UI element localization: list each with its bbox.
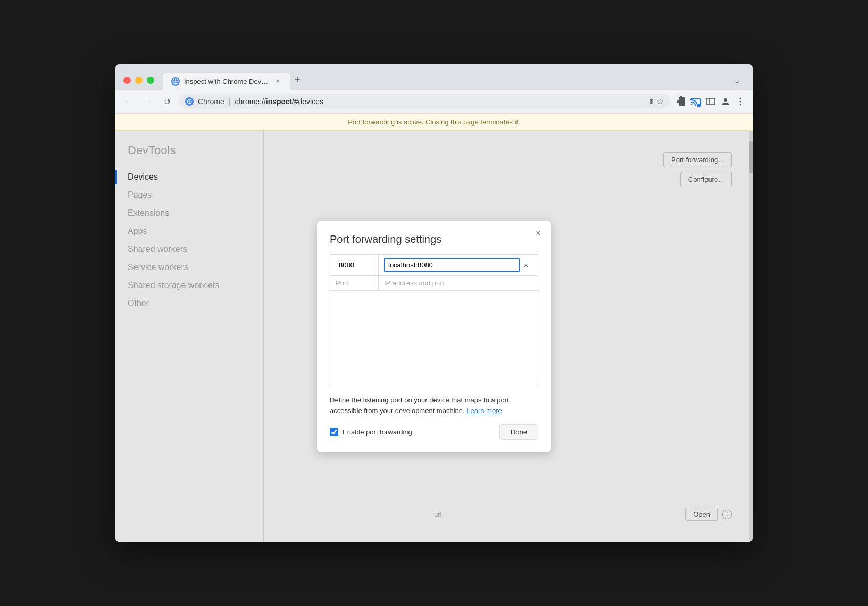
- address-url: chrome://inspect/#devices: [235, 97, 323, 106]
- port-cell: [330, 255, 379, 276]
- tab-close-button[interactable]: ×: [273, 77, 282, 86]
- svg-point-9: [724, 98, 727, 102]
- toolbar: ← → ↺ Chrome | chrome://inspect/#devices…: [115, 90, 753, 114]
- reload-button[interactable]: ↺: [160, 94, 174, 109]
- modal-overlay: × Port forwarding settings ×: [115, 131, 753, 542]
- address-cell: ×: [379, 255, 538, 276]
- address-brand: Chrome: [198, 97, 224, 106]
- learn-more-link[interactable]: Learn more: [466, 407, 502, 415]
- extensions-icon[interactable]: [674, 95, 687, 108]
- tab-favicon-icon: [171, 77, 180, 86]
- active-tab[interactable]: Inspect with Chrome Develope ×: [163, 73, 290, 90]
- enable-port-forwarding-checkbox-label: Enable port forwarding: [330, 428, 493, 436]
- svg-point-11: [740, 101, 741, 103]
- table-empty-row: [330, 291, 538, 386]
- close-window-button[interactable]: [123, 77, 131, 84]
- sidebar-icon[interactable]: [704, 95, 717, 108]
- address-bar[interactable]: Chrome | chrome://inspect/#devices ⬆ ☆: [179, 94, 670, 109]
- svg-rect-7: [706, 98, 715, 105]
- tab-title: Inspect with Chrome Develope: [184, 78, 269, 86]
- tab-list-button[interactable]: ⌄: [729, 71, 745, 90]
- browser-window: Inspect with Chrome Develope × + ⌄ ← → ↺…: [115, 64, 753, 542]
- address-separator: |: [229, 97, 231, 106]
- table-row-placeholder: Port IP address and port: [330, 276, 538, 291]
- title-bar: Inspect with Chrome Develope × + ⌄: [115, 64, 753, 90]
- address-input[interactable]: [384, 258, 520, 272]
- bookmark-icon[interactable]: ☆: [657, 97, 664, 106]
- new-tab-button[interactable]: +: [290, 70, 305, 90]
- modal-close-button[interactable]: ×: [532, 227, 545, 240]
- modal-footer: Enable port forwarding Done: [330, 424, 538, 440]
- modal-description: Define the listening port on your device…: [330, 395, 538, 416]
- address-actions: ⬆ ☆: [648, 97, 664, 106]
- back-button[interactable]: ←: [121, 94, 136, 109]
- port-forwarding-table: × Port IP address and port: [330, 254, 538, 386]
- placeholder-port-cell: Port: [330, 276, 379, 291]
- delete-row-button[interactable]: ×: [520, 259, 532, 272]
- placeholder-address-cell: IP address and port: [379, 276, 538, 291]
- profile-icon[interactable]: [719, 95, 732, 108]
- address-favicon-icon: [185, 97, 194, 106]
- port-input[interactable]: [336, 259, 373, 271]
- toolbar-actions: [674, 95, 747, 108]
- svg-rect-6: [691, 104, 692, 105]
- minimize-window-button[interactable]: [135, 77, 143, 84]
- modal-title: Port forwarding settings: [330, 233, 538, 246]
- done-button[interactable]: Done: [499, 424, 538, 440]
- svg-point-10: [740, 98, 741, 99]
- main-content: DevTools Devices Pages Extensions Apps S…: [115, 131, 753, 542]
- table-row-entry: ×: [330, 255, 538, 276]
- traffic-lights: [123, 77, 154, 84]
- tab-bar: Inspect with Chrome Develope × + ⌄: [163, 70, 745, 90]
- share-icon[interactable]: ⬆: [648, 97, 655, 106]
- menu-icon[interactable]: [734, 95, 747, 108]
- port-forwarding-banner: Port forwarding is active. Closing this …: [115, 114, 753, 131]
- svg-point-12: [740, 104, 741, 106]
- maximize-window-button[interactable]: [147, 77, 154, 84]
- forward-button[interactable]: →: [140, 94, 155, 109]
- port-forwarding-modal: × Port forwarding settings ×: [317, 221, 551, 452]
- cast-icon[interactable]: [689, 95, 702, 108]
- address-placeholder-text: IP address and port: [384, 279, 444, 287]
- enable-port-forwarding-checkbox[interactable]: [330, 428, 338, 436]
- port-placeholder-text: Port: [336, 279, 348, 287]
